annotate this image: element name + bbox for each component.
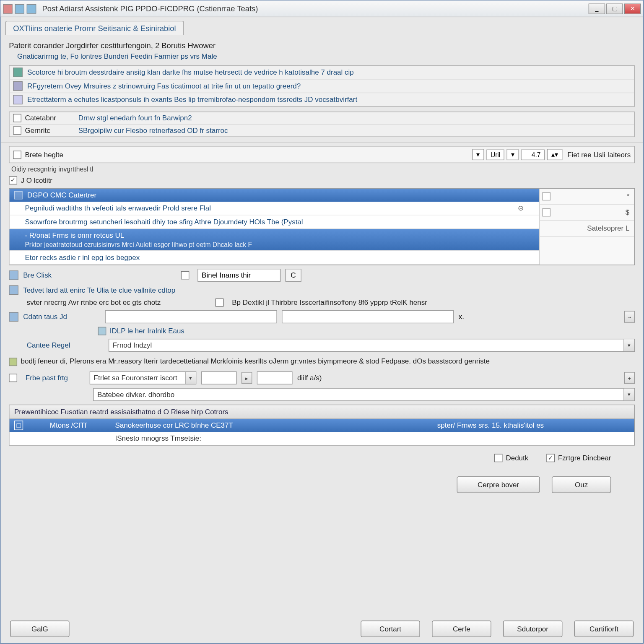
- list-row-4[interactable]: Etor recks asdie r inl epg los begpex: [10, 251, 540, 265]
- clstr-input-1[interactable]: [105, 310, 277, 323]
- footer: GalG Cortart Cerfe Sdutorpor Cartifiorft: [0, 621, 643, 637]
- brace-spinner[interactable]: ▴▾: [547, 149, 563, 160]
- ouz-button[interactable]: Ouz: [552, 476, 611, 493]
- bre-c-button[interactable]: C: [286, 269, 301, 282]
- list-row-2[interactable]: Ssowrfore broutrmg setuncheri lesohaiti …: [10, 216, 540, 229]
- category-box: CatetabnrDrnw stgl enedarh fourt fn Barw…: [9, 112, 635, 137]
- info-box: Scotorce hi broutm desstrdaire ansitg kl…: [9, 65, 635, 107]
- titlebar: Post Adiarst Assistenk PIG PPDO-FICDPRG …: [0, 0, 643, 17]
- catetabnr-desc: Drnw stgl enedarh fourt fn Barwipn2: [78, 114, 192, 122]
- app-icon-1: [3, 4, 13, 13]
- cerpre-button[interactable]: Cerpre bover: [457, 476, 540, 493]
- galg-button[interactable]: GalG: [10, 621, 70, 637]
- brace-dropdown-1[interactable]: ▾: [472, 149, 484, 160]
- brace-row: Brete heglte ▾ Uril ▾ 4.7 ▴▾ Fiet ree Us…: [9, 146, 635, 163]
- brace-hint: Oidiy recsgntrig invgrtthesl tl: [11, 166, 635, 173]
- minimize-button[interactable]: _: [589, 3, 605, 14]
- table-header: Prewentihicoc Fusotian reatrd essisaisth…: [10, 405, 634, 419]
- brace-value[interactable]: 4.7: [521, 149, 545, 160]
- fps-dropdown-1[interactable]: Ftrlet sa Fouronsterr iscort▾: [90, 371, 197, 384]
- list-header[interactable]: DGPO CMC Catertrer: [10, 189, 540, 202]
- clstr-input-2[interactable]: [282, 310, 454, 323]
- bre-field-input[interactable]: [197, 269, 280, 282]
- cb1-label: Tedvet lard att enirc Te Ulia te clue va…: [23, 286, 635, 294]
- cantee-label: Cantee Regel: [27, 341, 104, 350]
- app-icon-2: [15, 4, 24, 13]
- cantee-dropdown[interactable]: Frnod Indzyl▾: [109, 339, 635, 352]
- outline-checkbox[interactable]: [9, 176, 17, 184]
- brace-after-label: Fiet ree Usli Iaiteors: [567, 151, 631, 159]
- note-icon: [9, 358, 17, 366]
- list-side: * $ Satelsoprer L: [539, 189, 634, 265]
- list-panel: DGPO CMC Catertrer Pegniludi wadtiths th…: [9, 188, 635, 265]
- cb2-left-label: svter nrecrrg Avr rtnbe erc bot ec gts c…: [27, 299, 211, 307]
- clstr-label: Cdatn taus Jd: [23, 313, 100, 321]
- bre-clisk-icon: [9, 270, 18, 280]
- cartifiorft-button[interactable]: Cartifiorft: [574, 621, 634, 637]
- cerfe-button[interactable]: Cerfe: [432, 621, 491, 637]
- cb2-checkbox[interactable]: [216, 299, 224, 307]
- info-icon: [13, 95, 23, 104]
- bre-clisk-label: Bre Clisk: [23, 271, 100, 280]
- note-text: bodlj feneur di, Pferons era Mr.reasory …: [9, 356, 635, 366]
- fps-num-2[interactable]: [257, 371, 293, 384]
- info-line-1: Scotorce hi broutm desstrdaire ansitg kl…: [27, 68, 354, 77]
- brace-unit[interactable]: Uril: [486, 149, 504, 160]
- gernritc-label: Gernritc: [25, 126, 72, 135]
- dedutk-label: Dedutk: [506, 454, 528, 462]
- dedutk-checkbox[interactable]: [494, 454, 502, 462]
- list-header-icon: [14, 191, 23, 200]
- cb1-icon: [9, 286, 18, 295]
- section-subtitle: Gnaticarirrng te, Fo lontres Bunderi Fee…: [17, 52, 635, 61]
- fps-arrow[interactable]: ▸: [242, 372, 252, 384]
- window-title: Post Adiarst Assistenk PIG PPDO-FICDPRG …: [42, 4, 258, 13]
- fps-unit: diilf a/s): [297, 374, 322, 382]
- fps-dropdown-2[interactable]: Batebee divker. dhordbo▾: [93, 388, 635, 401]
- table-row-selected[interactable]: □ Mtons /CITf Sanokeerhuse cor LRC bfnhe…: [10, 419, 634, 432]
- cortart-button[interactable]: Cortart: [361, 621, 420, 637]
- clstr-arrow[interactable]: →: [624, 311, 635, 322]
- brace-checkbox[interactable]: [13, 151, 21, 159]
- brace-label: Brete heglte: [25, 151, 78, 159]
- maximize-button[interactable]: ▢: [606, 3, 623, 14]
- info-icon: [13, 68, 23, 77]
- table-row[interactable]: ISnesto mnogrss Tmsetsie:: [10, 432, 634, 445]
- fzrtgre-label: Fzrtgre Dincbear: [558, 454, 611, 462]
- bre-field-checkbox[interactable]: [181, 271, 190, 280]
- info-line-3: Etrecttaterm a echutes licastponsuls ih …: [27, 96, 357, 104]
- catetabnr-label: Catetabnr: [25, 114, 72, 122]
- fps-add[interactable]: +: [624, 372, 635, 384]
- clstr-hint: IDLP le her Iralnlk Eaus: [110, 327, 184, 335]
- gernritc-desc: SBrgoipilw cur Flesbo retnerfased OD fr …: [78, 126, 228, 135]
- app-icon-3: [27, 4, 36, 13]
- tab-row: OXTliins onaterie Prornr Seitisanic & Es…: [0, 17, 643, 35]
- clstr-icon: [9, 312, 18, 322]
- chevron-down-icon: ▾: [623, 339, 634, 351]
- app-window: Post Adiarst Assistenk PIG PPDO-FICDPRG …: [0, 0, 644, 644]
- brace-dropdown-2[interactable]: ▾: [507, 149, 519, 160]
- sdutorpor-button[interactable]: Sdutorpor: [503, 621, 563, 637]
- brace-input[interactable]: [78, 151, 470, 159]
- fps-checkbox[interactable]: [9, 374, 17, 382]
- info-icon: [13, 81, 23, 91]
- section-title: Paterit corander Jorgdirfer cestiturfeng…: [9, 41, 635, 50]
- tab-main[interactable]: OXTliins onaterie Prornr Seitisanic & Es…: [5, 21, 184, 35]
- side-cell-1[interactable]: *: [540, 189, 634, 205]
- outline-label: J O lcotlitr: [21, 176, 52, 184]
- close-button[interactable]: ✕: [624, 3, 641, 14]
- catetabnr-checkbox[interactable]: [13, 114, 21, 122]
- clstr-suffix: x.: [459, 313, 464, 321]
- gernritc-checkbox[interactable]: [13, 126, 21, 135]
- list-row-3-selected[interactable]: - R/onat Frms is onnr retcus ULPrktor je…: [10, 229, 540, 251]
- side-cell-2[interactable]: $: [540, 205, 634, 221]
- list-row-1[interactable]: Pegniludi wadtiths th vefeoti tals enwav…: [10, 202, 540, 216]
- fzrtgre-checkbox[interactable]: [546, 454, 555, 462]
- fps-num-1[interactable]: [201, 371, 237, 384]
- info-line-2: RFgyretern Ovey Mrsuires z strinowruirg …: [27, 82, 301, 90]
- fps-label: Frbe past frtg: [26, 374, 85, 382]
- table-box: Prewentihicoc Fusotian reatrd essisaisth…: [9, 405, 635, 446]
- side-cell-3[interactable]: Satelsoprer L: [540, 221, 634, 236]
- clstr-hint-icon: [98, 327, 106, 335]
- cb2-right-label: Bp Dextikl jl Thirbbre Isscertaifinsoffo…: [232, 299, 427, 307]
